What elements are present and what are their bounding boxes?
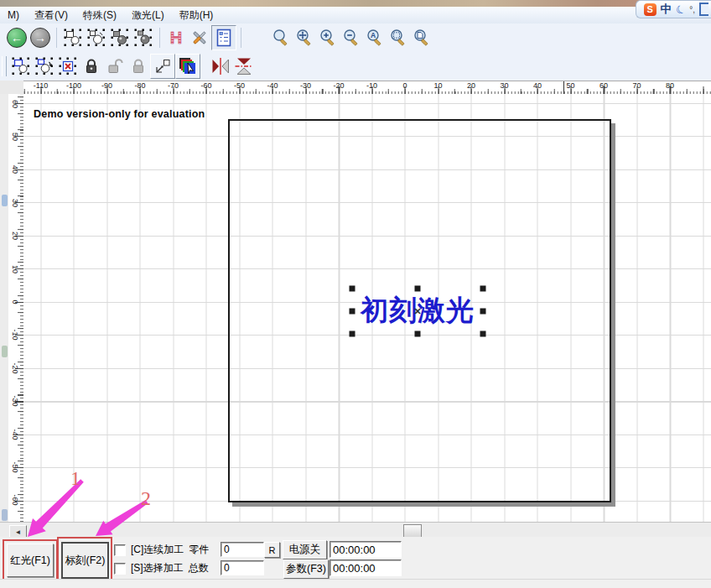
select-add-shapes-button[interactable] — [85, 26, 108, 49]
zoom-in-icon — [319, 29, 337, 47]
forward-button[interactable]: → — [29, 26, 52, 49]
menu-item-laser[interactable]: 激光(L) — [124, 7, 172, 24]
unlock-button[interactable] — [103, 55, 127, 78]
toolbar-drag-handle[interactable] — [2, 56, 7, 76]
move-to-origin-icon — [153, 57, 172, 75]
mark-time-display: 00:00:00 — [330, 541, 402, 558]
ime-punctuation-icon[interactable]: °, — [689, 5, 695, 14]
lock-disabled-button[interactable] — [127, 55, 150, 78]
total-time-display: 00:00:00 — [330, 559, 402, 576]
delete-node-icon — [59, 57, 77, 75]
pick-object-nodes-button[interactable] — [132, 26, 155, 49]
zoom-out-icon — [342, 29, 361, 47]
ime-language-toggle[interactable]: 中 — [661, 2, 672, 17]
mark-button[interactable]: 标刻(F2) — [61, 542, 109, 579]
pick-color-layer-button[interactable] — [175, 54, 200, 79]
ruler-corner — [0, 81, 23, 95]
forward-arrow-icon: → — [30, 28, 50, 48]
ime-keyboard-icon[interactable] — [699, 3, 708, 16]
ime-moon-icon[interactable]: ☾ — [673, 2, 687, 17]
ruler-h-label: -80 — [134, 81, 145, 90]
ruler-h-label: -70 — [168, 81, 179, 90]
ruler-v-label: -40 — [11, 429, 19, 440]
zoom-selection-button[interactable] — [387, 26, 410, 49]
selection-handle-s[interactable] — [415, 331, 421, 337]
object-list-button[interactable] — [211, 25, 236, 50]
ruler-h-label: -110 — [34, 81, 48, 90]
menu-item-view[interactable]: 查看(V) — [27, 7, 75, 24]
ruler-v-label: -10 — [11, 330, 19, 341]
tools-icon — [189, 28, 210, 48]
selection-handle-e[interactable] — [480, 309, 486, 315]
param-button[interactable]: 参数(F3) — [283, 559, 329, 579]
pick-object-button[interactable] — [108, 26, 132, 49]
mirror-horizontal-icon — [210, 56, 231, 76]
transform-scale-button[interactable] — [9, 55, 33, 78]
zoom-in-button[interactable] — [316, 26, 340, 49]
sogou-icon[interactable]: S — [644, 3, 657, 16]
selected-object[interactable]: 初刻激光 ✕ — [352, 289, 483, 334]
ruler-h-label: -90 — [101, 81, 112, 90]
ruler-v-label: 20 — [11, 232, 19, 240]
menu-item-clipped[interactable]: M) — [0, 8, 27, 23]
unlock-icon — [106, 57, 124, 75]
transform-rotate-button[interactable] — [33, 55, 56, 78]
annotation-label-1: 1 — [70, 467, 80, 490]
horizontal-scrollbar[interactable]: ◄ — [0, 522, 711, 538]
pick-color-layer-icon — [178, 56, 198, 76]
continuous-checkbox[interactable] — [114, 544, 126, 556]
ruler-h-label: 20 — [467, 81, 475, 90]
ruler-h-label: -20 — [333, 81, 344, 90]
zoom-out-button[interactable] — [340, 26, 363, 49]
part-label: 零件 — [189, 543, 209, 557]
selection-handle-sw[interactable] — [350, 331, 356, 337]
ruler-h-label: -30 — [300, 81, 311, 90]
zoom-pan-button[interactable] — [293, 26, 316, 49]
zoom-button[interactable] — [269, 26, 293, 49]
delete-node-button[interactable] — [56, 55, 80, 78]
lock-disabled-icon — [129, 57, 148, 75]
ruler-v-label: 0 — [11, 299, 19, 304]
menu-item-special[interactable]: 特殊(S) — [75, 7, 124, 24]
lock-button[interactable] — [80, 55, 103, 78]
select-process-checkbox[interactable] — [114, 563, 126, 575]
transform-rotate-icon — [35, 57, 54, 75]
selection-handle-nw[interactable] — [350, 286, 356, 292]
ruler-h-label: -100 — [66, 81, 81, 90]
power-button[interactable]: 电源关 — [283, 540, 327, 559]
selection-handle-w[interactable] — [350, 309, 356, 315]
total-count-input[interactable]: 0 — [221, 560, 264, 575]
select-shapes-button[interactable] — [61, 26, 85, 49]
selection-handle-n[interactable] — [415, 286, 421, 292]
menu-bar: M) 查看(V) 特殊(S) 激光(L) 帮助(H) — [0, 7, 711, 24]
mirror-vertical-icon — [234, 56, 254, 76]
move-to-origin-button[interactable] — [150, 54, 175, 79]
mirror-horizontal-button[interactable] — [209, 55, 232, 78]
part-count-input[interactable]: 0 — [221, 542, 264, 557]
zoom-selection-icon — [389, 29, 407, 47]
select-add-shapes-icon — [87, 29, 106, 47]
selection-handle-se[interactable] — [480, 331, 486, 337]
menu-item-help[interactable]: 帮助(H) — [172, 7, 221, 24]
ruler-v-label: 30 — [11, 199, 19, 207]
zoom-all-button[interactable]: A — [363, 26, 387, 49]
back-button[interactable]: ← — [5, 26, 29, 49]
ruler-h-label: 70 — [632, 81, 641, 90]
reset-count-button[interactable]: R — [264, 542, 280, 558]
ruler-vertical: 6050403020100-10-20-30-40-50-60 — [8, 94, 24, 522]
zoom-page-button[interactable] — [410, 26, 433, 49]
ruler-h-label: 80 — [666, 81, 674, 90]
zoom-icon — [272, 29, 290, 47]
lock-icon — [82, 57, 101, 75]
ruler-v-label: -20 — [11, 362, 19, 373]
zoom-pan-icon — [295, 29, 314, 47]
zoom-page-icon — [413, 29, 431, 47]
pick-object-nodes-icon — [134, 29, 153, 47]
ruler-h-label: 0 — [402, 81, 407, 90]
mirror-vertical-button[interactable] — [232, 55, 256, 78]
tools-button[interactable] — [188, 26, 211, 49]
selection-handle-ne[interactable] — [480, 286, 486, 292]
drawing-canvas[interactable]: Demo version-only for evaluation 初刻激光 ✕ — [23, 94, 711, 522]
red-light-button[interactable]: 红光(F1) — [7, 544, 54, 577]
hatch-button[interactable]: H — [164, 26, 188, 49]
